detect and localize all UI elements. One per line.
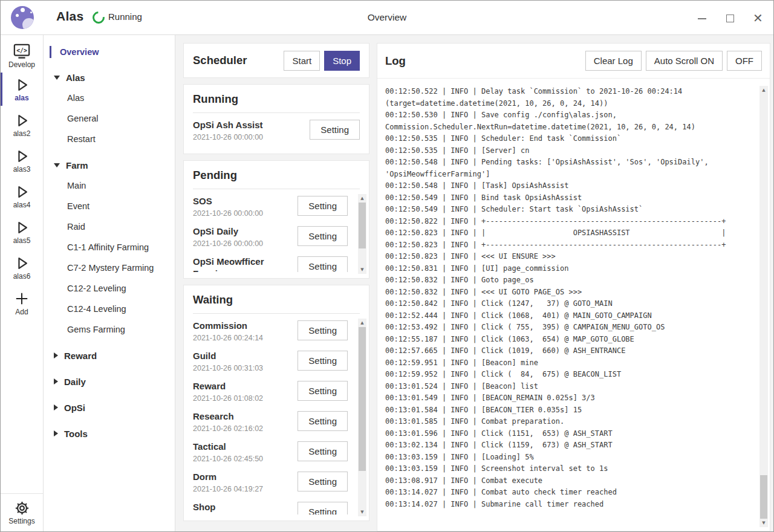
scrollbar-thumb[interactable] <box>760 475 767 519</box>
rail-item-add[interactable]: Add <box>1 285 43 321</box>
nav-item-c12-2-leveling[interactable]: C12-2 Leveling <box>44 278 175 299</box>
autoscroll-on-button[interactable]: Auto Scroll ON <box>646 51 723 71</box>
scroll-down-icon[interactable]: ▼ <box>358 265 366 274</box>
task-setting-button[interactable]: Setting <box>298 196 348 216</box>
nav-item-overview[interactable]: Overview <box>44 42 175 62</box>
nav-group-label: OpSi <box>64 403 85 413</box>
task-row: Commission2021-10-26 00:24:14Setting <box>193 317 348 347</box>
task-setting-button[interactable]: Setting <box>298 381 348 401</box>
log-line: 00:12:50.823 | INFO | | OPSIASHASSIST | <box>385 227 753 239</box>
waiting-scrollbar[interactable]: ▲ ▼ <box>358 319 366 516</box>
nav-item-c1-1-affinity-farming[interactable]: C1-1 Affinity Farming <box>44 237 175 258</box>
log-line: 00:13:14.027 | INFO | Combat auto check … <box>385 487 753 499</box>
nav-item-general[interactable]: General <box>44 108 175 129</box>
log-line: 00:12:50.535 | INFO | Scheduler: End tas… <box>385 133 753 145</box>
scrollbar-thumb[interactable] <box>359 327 366 471</box>
task-setting-button[interactable]: Setting <box>298 320 348 340</box>
nav-item-c7-2-mystery-farming[interactable]: C7-2 Mystery Farming <box>44 258 175 278</box>
task-setting-button[interactable]: Setting <box>298 226 348 246</box>
scheduler-card: Scheduler Start Stop <box>183 43 369 78</box>
log-content[interactable]: 00:12:50.522 | INFO | Delay task `Commis… <box>377 79 770 531</box>
pending-task-list[interactable]: SOS2021-10-26 00:00:00SettingOpSi Daily2… <box>193 192 348 272</box>
scroll-up-icon[interactable]: ▲ <box>358 319 366 327</box>
stop-button[interactable]: Stop <box>324 51 360 71</box>
instance-rail: </>Developalasalas2alas3alas4alas5alas6A… <box>1 35 44 531</box>
pending-scrollbar[interactable]: ▲ ▼ <box>358 194 366 274</box>
log-line: 00:12:55.187 | INFO | Click (1063, 654) … <box>385 334 753 346</box>
nav-item-alas[interactable]: Alas <box>44 88 175 108</box>
scroll-down-icon[interactable]: ▼ <box>759 519 768 527</box>
task-name: Guild <box>193 350 294 362</box>
task-setting-button[interactable]: Setting <box>298 472 348 491</box>
task-setting-button[interactable]: Setting <box>298 502 348 514</box>
nav-item-event[interactable]: Event <box>44 196 175 216</box>
rail-item-alas3[interactable]: alas3 <box>1 143 43 178</box>
divider <box>193 112 360 113</box>
nav-item-gems-farming[interactable]: Gems Farming <box>44 319 175 340</box>
task-row: Reward2021-10-26 01:08:02Setting <box>193 377 348 407</box>
task-info: Reward2021-10-26 01:08:02 <box>193 380 294 403</box>
waiting-task-list[interactable]: Commission2021-10-26 00:24:14SettingGuil… <box>193 317 348 514</box>
nav-group-reward[interactable]: Reward <box>44 345 175 366</box>
nav-group-farm[interactable]: Farm <box>44 155 175 175</box>
nav-item-c12-4-leveling[interactable]: C12-4 Leveling <box>44 299 175 319</box>
task-name: Tactical <box>193 441 294 453</box>
rail-item-alas5[interactable]: alas5 <box>1 214 43 250</box>
maximize-button[interactable] <box>725 13 735 23</box>
log-line: 00:13:14.027 | INFO | Submarine call tim… <box>385 499 753 511</box>
running-task-list: OpSi Ash Assist2021-10-26 00:00:00Settin… <box>193 116 360 158</box>
close-button[interactable]: ✕ <box>753 13 763 23</box>
nav-item-label: Overview <box>60 47 99 57</box>
log-line: 00:12:59.952 | INFO | Click ( 84, 675) @… <box>385 369 753 381</box>
task-info: Shop <box>193 501 294 514</box>
scroll-up-icon[interactable]: ▲ <box>358 194 366 203</box>
scrollbar-thumb[interactable] <box>359 203 366 248</box>
nav-group-opsi[interactable]: OpSi <box>44 397 175 418</box>
rail-item-alas6[interactable]: alas6 <box>1 250 43 285</box>
task-info: Commission2021-10-26 00:24:14 <box>193 320 294 342</box>
nav-item-restart[interactable]: Restart <box>44 129 175 149</box>
task-info: OpSi Meowfficer Farming <box>193 256 294 272</box>
rail-item-develop[interactable]: </>Develop <box>1 40 43 71</box>
log-line: 00:12:50.535 | INFO | [Server] cn <box>385 145 753 157</box>
rail-item-alas4[interactable]: alas4 <box>1 178 43 214</box>
play-icon <box>13 255 31 271</box>
log-line: 00:13:01.584 | INFO | [BEACON_TIER 0.035… <box>385 404 753 417</box>
scheduler-column: Scheduler Start Stop Running OpSi Ash As… <box>183 43 369 531</box>
autoscroll-off-button[interactable]: OFF <box>727 51 762 71</box>
task-setting-button[interactable]: Setting <box>298 441 348 461</box>
task-info: Research2021-10-26 02:16:02 <box>193 410 294 433</box>
log-line: 00:13:03.159 | INFO | Screenshot interva… <box>385 463 753 475</box>
task-time: 2021-10-26 02:45:50 <box>193 455 294 463</box>
rail-item-label: alas3 <box>13 165 31 174</box>
log-line: 00:12:52.444 | INFO | Click (1068, 401) … <box>385 310 753 322</box>
nav-group-daily[interactable]: Daily <box>44 371 175 392</box>
task-setting-button[interactable]: Setting <box>298 411 348 431</box>
code-monitor-icon: </> <box>13 43 31 60</box>
log-line: 00:12:50.548 | INFO | [Task] OpsiAshAssi… <box>385 180 753 192</box>
nav-item-raid[interactable]: Raid <box>44 216 175 237</box>
scroll-up-icon[interactable]: ▲ <box>759 86 768 94</box>
task-setting-button[interactable]: Setting <box>298 351 348 371</box>
pending-card: Pending SOS2021-10-26 00:00:00SettingOpS… <box>183 160 369 279</box>
task-setting-button[interactable]: Setting <box>298 256 348 272</box>
scroll-down-icon[interactable]: ▼ <box>358 508 366 516</box>
rail-item-label: alas4 <box>13 201 31 209</box>
nav-group-alas[interactable]: Alas <box>44 67 175 88</box>
divider <box>193 189 360 189</box>
nav-item-main[interactable]: Main <box>44 175 175 196</box>
rail-item-settings[interactable]: Settings <box>1 493 43 531</box>
rail-item-alas[interactable]: alas <box>1 71 43 107</box>
task-name: Commission <box>193 320 294 332</box>
task-setting-button[interactable]: Setting <box>310 120 360 140</box>
nav-group-tools[interactable]: Tools <box>44 423 175 444</box>
rail-item-alas2[interactable]: alas2 <box>1 107 43 143</box>
log-line: 00:12:50.530 | INFO | Save config ./conf… <box>385 109 753 133</box>
task-row: OpSi Ash Assist2021-10-26 00:00:00Settin… <box>193 116 360 146</box>
minimize-button[interactable] <box>697 13 707 23</box>
start-button[interactable]: Start <box>284 51 320 71</box>
task-info: OpSi Daily2021-10-26 00:00:00 <box>193 225 294 248</box>
log-scrollbar[interactable]: ▲ ▼ <box>759 86 768 527</box>
clear-log-button[interactable]: Clear Log <box>585 51 642 71</box>
log-line: 00:12:50.823 | INFO | <<< UI ENSURE >>> <box>385 251 753 263</box>
